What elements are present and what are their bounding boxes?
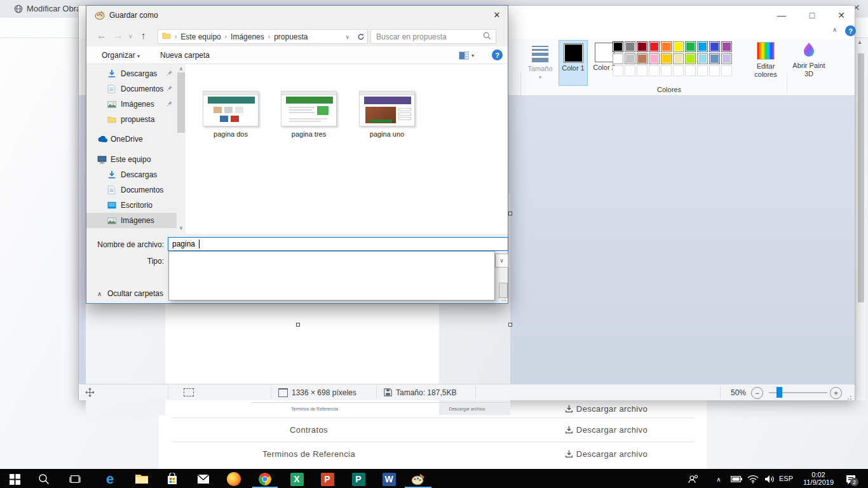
close-button[interactable]: ✕ <box>833 8 850 22</box>
palette-color-swatch[interactable] <box>637 41 648 52</box>
palette-color-swatch[interactable] <box>721 53 732 64</box>
window-resize-grip[interactable] <box>845 393 851 400</box>
breadcrumb-item[interactable]: Este equipo <box>180 32 220 41</box>
palette-empty-slot[interactable] <box>613 65 623 76</box>
language-indicator[interactable]: ESP <box>779 475 793 482</box>
refresh-button[interactable] <box>354 29 368 44</box>
hide-folders-button[interactable]: Ocultar carpetas <box>107 289 163 298</box>
task-view-icon[interactable] <box>67 471 83 487</box>
browser-tab-title[interactable]: Modificar Obra/ <box>27 4 83 13</box>
zoom-out-button[interactable]: − <box>751 387 763 399</box>
excel-icon[interactable]: X <box>288 471 305 487</box>
sidebar-item-documentos[interactable]: Documentos <box>86 81 177 97</box>
palette-color-swatch[interactable] <box>697 53 708 64</box>
canvas-resize-handle-bottom[interactable] <box>296 323 300 327</box>
file-item[interactable]: pagina uno <box>352 91 422 138</box>
download-link[interactable]: Descargar archivo <box>519 425 694 435</box>
palette-empty-slot[interactable] <box>661 65 672 76</box>
new-folder-button[interactable]: Nueva carpeta <box>160 51 210 60</box>
palette-color-swatch[interactable] <box>709 53 720 64</box>
palette-color-swatch[interactable] <box>649 41 660 52</box>
ribbon-collapse-icon[interactable]: ∧ <box>832 26 837 33</box>
color1-button[interactable]: Color 1 <box>559 40 588 86</box>
palette-color-swatch[interactable] <box>697 41 708 52</box>
publisher-icon[interactable]: P <box>350 471 367 487</box>
file-item[interactable]: pagina dos <box>196 91 266 138</box>
edge-icon[interactable]: e <box>102 471 118 487</box>
palette-color-swatch[interactable] <box>673 41 684 52</box>
search-input[interactable]: Buscar en propuesta <box>370 29 496 44</box>
tray-expand-icon[interactable]: ∧ <box>710 471 727 487</box>
open-paint3d-button[interactable]: Abrir Paint 3D <box>790 40 827 78</box>
browser-scrollbar-thumb[interactable] <box>858 53 864 302</box>
taskbar-search-icon[interactable] <box>36 471 52 487</box>
chevron-down-icon[interactable]: ∨ <box>345 34 349 40</box>
edit-colors-button[interactable]: Editar colores <box>748 40 783 79</box>
palette-empty-slot[interactable] <box>625 65 635 76</box>
paint-taskbar-icon[interactable] <box>410 471 426 487</box>
filename-input[interactable]: pagina <box>168 237 508 251</box>
organize-button[interactable]: Organizar ▾ <box>102 51 140 60</box>
dialog-close-button[interactable]: ✕ <box>486 6 508 24</box>
palette-empty-slot[interactable] <box>709 65 720 76</box>
view-mode-icon[interactable] <box>459 51 469 62</box>
download-link[interactable]: Descargar archivo <box>519 404 694 414</box>
canvas-resize-handle-right[interactable] <box>508 212 512 215</box>
palette-color-swatch[interactable] <box>649 53 660 64</box>
breadcrumb-item[interactable]: propuesta <box>274 32 308 41</box>
filetype-dropdown[interactable]: ∨ <box>495 254 508 268</box>
sidebar-item-escritorio[interactable]: Escritorio <box>86 198 177 213</box>
palette-color-swatch[interactable] <box>661 41 672 52</box>
sidebar-item-este-equipo[interactable]: Este equipo <box>86 152 177 167</box>
start-button[interactable] <box>6 471 23 487</box>
scrollbar-up-icon[interactable]: ▲ <box>857 39 862 45</box>
palette-color-swatch[interactable] <box>661 53 672 64</box>
scrollbar-down-icon[interactable]: ∨ <box>177 225 185 231</box>
recent-locations-icon[interactable]: ∨ <box>128 33 133 39</box>
firefox-icon[interactable] <box>226 471 242 487</box>
zoom-in-button[interactable]: + <box>830 387 842 399</box>
palette-color-swatch[interactable] <box>637 53 648 64</box>
scrollbar-up-icon[interactable]: ∧ <box>177 66 185 72</box>
back-icon[interactable]: ← <box>97 30 107 41</box>
palette-color-swatch[interactable] <box>721 41 732 52</box>
filename-autocomplete-dropdown[interactable] <box>168 251 495 301</box>
chevron-down-icon[interactable]: ▾ <box>471 53 474 58</box>
palette-empty-slot[interactable] <box>721 65 732 76</box>
file-explorer-icon[interactable] <box>133 471 150 487</box>
sidebar-item-propuesta[interactable]: propuesta <box>86 112 177 127</box>
volume-icon[interactable] <box>761 471 778 487</box>
breadcrumb-item[interactable]: Imágenes <box>231 32 264 41</box>
sidebar-item-descargas[interactable]: Descargas <box>86 66 177 81</box>
palette-color-swatch[interactable] <box>685 41 696 52</box>
palette-empty-slot[interactable] <box>649 65 660 76</box>
mail-icon[interactable] <box>195 471 212 487</box>
download-link[interactable]: Descargar archivo <box>519 449 694 459</box>
breadcrumb[interactable]: ›Este equipo ›Imágenes ›propuesta ∨ <box>158 29 355 44</box>
sidebar-scrollbar-thumb[interactable] <box>177 72 185 133</box>
palette-empty-slot[interactable] <box>673 65 684 76</box>
clock[interactable]: 0:02 11/9/2019 <box>798 471 839 486</box>
sidebar-item-documentos[interactable]: Documentos <box>86 182 177 198</box>
palette-empty-slot[interactable] <box>697 65 708 76</box>
palette-color-swatch[interactable] <box>613 41 623 52</box>
palette-color-swatch[interactable] <box>673 53 684 64</box>
sidebar-item-imágenes[interactable]: Imágenes <box>86 97 177 112</box>
zoom-slider-thumb[interactable] <box>776 387 782 398</box>
palette-color-swatch[interactable] <box>613 53 623 64</box>
palette-color-swatch[interactable] <box>709 41 720 52</box>
powerpoint-icon[interactable]: P <box>319 471 336 487</box>
minimize-button[interactable]: — <box>773 8 790 22</box>
canvas-resize-handle-corner[interactable] <box>508 323 512 327</box>
palette-empty-slot[interactable] <box>637 65 648 76</box>
help-icon[interactable]: ? <box>845 25 856 36</box>
palette-color-swatch[interactable] <box>685 53 696 64</box>
sidebar-item-onedrive[interactable]: OneDrive <box>86 132 177 147</box>
help-icon[interactable]: ? <box>492 50 503 60</box>
palette-color-swatch[interactable] <box>625 53 635 64</box>
word-icon[interactable]: W <box>381 471 397 487</box>
sidebar-item-imágenes[interactable]: Imágenes <box>86 213 177 228</box>
microsoft-store-icon[interactable] <box>164 471 180 487</box>
maximize-button[interactable]: □ <box>804 8 820 22</box>
search-icon[interactable] <box>483 32 491 42</box>
